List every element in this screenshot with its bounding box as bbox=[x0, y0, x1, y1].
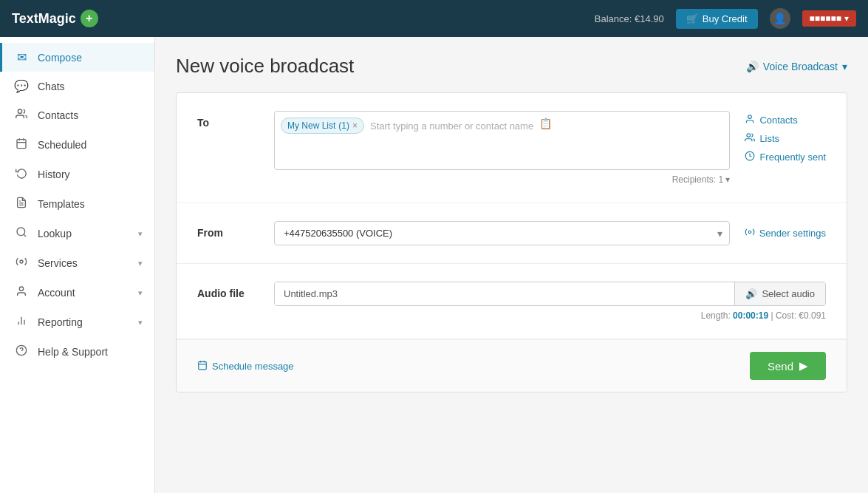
lookup-chevron-icon: ▾ bbox=[138, 229, 143, 239]
lists-quick-link[interactable]: Lists bbox=[745, 132, 826, 145]
voice-broadcast-chevron-icon: ▾ bbox=[842, 61, 847, 72]
send-label: Send bbox=[768, 360, 793, 373]
audio-metadata: Length: 00:00:19 | Cost: €0.091 bbox=[274, 310, 826, 321]
contacts-quick-link[interactable]: Contacts bbox=[745, 114, 826, 126]
schedule-message-label: Schedule message bbox=[212, 361, 294, 372]
sidebar-help-label: Help & Support bbox=[38, 346, 143, 358]
audio-field: Untitled.mp3 🔊 Select audio Length: 00:0… bbox=[274, 282, 826, 321]
contacts-import-icon: 📋 bbox=[539, 118, 552, 129]
tag-count: (1) bbox=[338, 120, 349, 131]
voice-broadcast-dropdown-button[interactable]: 🔊 Voice Broadcast ▾ bbox=[746, 61, 847, 72]
sidebar-reporting-label: Reporting bbox=[38, 316, 129, 328]
svg-point-7 bbox=[17, 228, 25, 236]
scheduled-icon bbox=[14, 137, 29, 152]
tag-label: My New List bbox=[287, 120, 335, 131]
sidebar-lookup-label: Lookup bbox=[38, 228, 129, 239]
send-button[interactable]: Send ▶ bbox=[750, 352, 826, 380]
svg-rect-1 bbox=[17, 140, 26, 149]
compose-form-card: To My New List (1) × Start typing a numb… bbox=[176, 92, 847, 392]
sidebar-item-account[interactable]: Account ▾ bbox=[0, 278, 154, 307]
logo-plus-button[interactable]: + bbox=[81, 10, 98, 27]
svg-point-9 bbox=[20, 260, 23, 263]
recipients-count[interactable]: Recipients: 1 ▾ bbox=[274, 174, 730, 185]
svg-rect-20 bbox=[199, 361, 207, 370]
audio-input-area: Untitled.mp3 🔊 Select audio Length: 00:0… bbox=[274, 282, 826, 321]
to-label: To bbox=[197, 111, 256, 129]
to-input-area[interactable]: My New List (1) × Start typing a number … bbox=[274, 111, 730, 170]
reporting-chevron-icon: ▾ bbox=[138, 318, 143, 327]
speaker-small-icon: 🔊 bbox=[745, 288, 757, 299]
select-audio-button[interactable]: 🔊 Select audio bbox=[734, 282, 825, 305]
from-select-wrapper: +447520635500 (VOICE) bbox=[274, 221, 730, 245]
main-content: New voice broadcast 🔊 Voice Broadcast ▾ … bbox=[155, 37, 868, 493]
services-chevron-icon: ▾ bbox=[138, 259, 143, 268]
audio-label: Audio file bbox=[197, 282, 256, 299]
audio-input-row: Untitled.mp3 🔊 Select audio bbox=[274, 282, 826, 306]
sidebar-item-history[interactable]: History bbox=[0, 160, 154, 189]
help-icon bbox=[14, 344, 29, 359]
lookup-icon bbox=[14, 226, 29, 241]
audio-section: Audio file Untitled.mp3 🔊 Select audio L… bbox=[177, 264, 847, 339]
sender-settings-link[interactable]: Sender settings bbox=[745, 227, 826, 239]
contacts-link-label: Contacts bbox=[759, 115, 797, 126]
svg-point-0 bbox=[18, 109, 21, 113]
svg-point-16 bbox=[748, 115, 752, 119]
chevron-down-icon: ▾ bbox=[844, 13, 849, 24]
buy-credit-button[interactable]: 🛒 Buy Credit bbox=[676, 9, 758, 29]
frequently-sent-label: Frequently sent bbox=[759, 152, 826, 163]
to-section: To My New List (1) × Start typing a numb… bbox=[177, 93, 847, 203]
from-label: From bbox=[197, 221, 256, 239]
user-name-text: ■■■■■■ bbox=[810, 13, 842, 24]
length-value: 00:00:19 bbox=[733, 310, 768, 321]
topnav-right: Balance: €14.90 🛒 Buy Credit 👤 ■■■■■■ ▾ bbox=[595, 8, 856, 29]
sidebar-item-scheduled[interactable]: Scheduled bbox=[0, 130, 154, 160]
frequently-sent-quick-link[interactable]: Frequently sent bbox=[745, 151, 826, 163]
schedule-message-link[interactable]: Schedule message bbox=[197, 360, 294, 373]
from-section: From +447520635500 (VOICE) Sender bbox=[177, 203, 847, 264]
sidebar-item-reporting[interactable]: Reporting ▾ bbox=[0, 307, 154, 337]
sidebar-templates-label: Templates bbox=[38, 198, 143, 210]
lists-link-label: Lists bbox=[759, 133, 779, 144]
user-name-dropdown[interactable]: ■■■■■■ ▾ bbox=[802, 10, 857, 27]
sidebar-item-chats[interactable]: 💬 Chats bbox=[0, 72, 154, 101]
history-icon bbox=[14, 167, 29, 182]
compose-icon: ✉ bbox=[14, 50, 29, 64]
cost-label: Cost: €0.091 bbox=[776, 310, 826, 321]
to-field: My New List (1) × Start typing a number … bbox=[274, 111, 826, 185]
user-menu[interactable]: 👤 bbox=[770, 8, 790, 29]
svg-line-8 bbox=[24, 234, 26, 237]
user-avatar-icon: 👤 bbox=[770, 8, 790, 29]
svg-point-17 bbox=[747, 134, 751, 137]
from-field: +447520635500 (VOICE) Sender settings bbox=[274, 221, 826, 245]
tag-close-button[interactable]: × bbox=[352, 120, 358, 131]
to-input-wrapper: My New List (1) × Start typing a number … bbox=[274, 111, 730, 185]
speaker-icon: 🔊 bbox=[746, 61, 759, 72]
sidebar-item-services[interactable]: Services ▾ bbox=[0, 248, 154, 278]
main-layout: ✉ Compose 💬 Chats Contacts Scheduled bbox=[0, 37, 868, 493]
page-title: New voice broadcast bbox=[176, 55, 354, 78]
calendar-icon bbox=[197, 360, 208, 373]
recipient-tag: My New List (1) × bbox=[281, 118, 364, 134]
sidebar: ✉ Compose 💬 Chats Contacts Scheduled bbox=[0, 37, 155, 493]
to-input-placeholder: Start typing a number or contact name bbox=[369, 118, 535, 135]
length-label: Length: bbox=[701, 310, 731, 321]
sidebar-item-contacts[interactable]: Contacts bbox=[0, 101, 154, 130]
gear-icon bbox=[745, 227, 755, 239]
sidebar-contacts-label: Contacts bbox=[38, 109, 143, 121]
to-row: My New List (1) × Start typing a number … bbox=[274, 111, 826, 185]
account-icon bbox=[14, 285, 29, 300]
sidebar-item-lookup[interactable]: Lookup ▾ bbox=[0, 219, 154, 248]
logo-text: TextMagic bbox=[12, 11, 76, 27]
audio-filename: Untitled.mp3 bbox=[275, 282, 734, 305]
sidebar-scheduled-label: Scheduled bbox=[38, 139, 143, 151]
from-row: +447520635500 (VOICE) Sender settings bbox=[274, 221, 826, 245]
from-phone-select[interactable]: +447520635500 (VOICE) bbox=[274, 221, 730, 245]
sidebar-item-help[interactable]: Help & Support bbox=[0, 337, 154, 367]
contacts-icon bbox=[14, 108, 29, 123]
sidebar-item-compose[interactable]: ✉ Compose bbox=[0, 43, 154, 72]
logo-area: TextMagic + bbox=[12, 10, 595, 27]
top-navigation: TextMagic + Balance: €14.90 🛒 Buy Credit… bbox=[0, 0, 868, 37]
account-chevron-icon: ▾ bbox=[138, 288, 143, 298]
chats-icon: 💬 bbox=[14, 79, 29, 93]
sidebar-item-templates[interactable]: Templates bbox=[0, 189, 154, 219]
